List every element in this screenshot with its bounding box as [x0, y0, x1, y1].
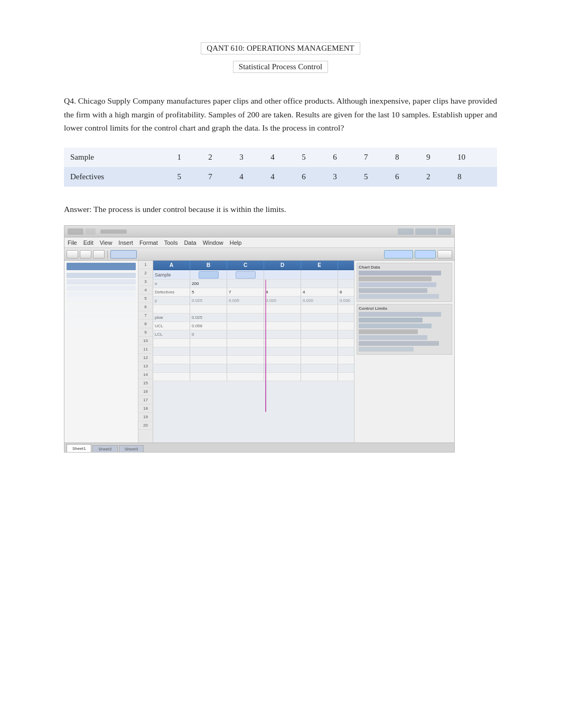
row-num: 4: [138, 286, 153, 294]
menu-item-window[interactable]: Window: [203, 239, 223, 246]
table-cell: 10: [457, 148, 497, 167]
toolbar-btn[interactable]: [80, 250, 91, 259]
table-cell: 7: [364, 148, 395, 167]
header: QANT 610: OPERATIONS MANAGEMENT Statisti…: [64, 42, 497, 73]
table-cell: 3: [333, 167, 364, 187]
row-num: 19: [138, 413, 153, 421]
table-cell: 7: [208, 167, 239, 187]
answer-text: Answer: The process is under control bec…: [64, 202, 497, 216]
row-num: 18: [138, 404, 153, 413]
tab-sheet2[interactable]: Sheet2: [92, 445, 117, 452]
spreadsheet-tab-bar: Sheet1 Sheet2 Sheet3: [64, 443, 454, 452]
page-title: QANT 610: OPERATIONS MANAGEMENT: [201, 42, 360, 54]
table-cell: Defectives: [64, 167, 177, 187]
table-cell: 4: [239, 167, 270, 187]
spreadsheet-content: 1 2 3 4 5 6 7 8 9 10 11 12 13 14 15 16 1…: [64, 261, 454, 451]
row-num: 17: [138, 396, 153, 404]
table-cell: 9: [426, 148, 457, 167]
row-num: 13: [138, 362, 153, 371]
menu-item-view[interactable]: View: [100, 239, 113, 246]
table-cell: 3: [239, 148, 270, 167]
panel-section-1: Chart Data: [357, 263, 452, 302]
page: QANT 610: OPERATIONS MANAGEMENT Statisti…: [53, 0, 508, 728]
table-cell: 5: [177, 167, 208, 187]
table-cell: 6: [395, 167, 426, 187]
tab-sheet1[interactable]: Sheet1: [67, 444, 91, 452]
row-num: 1: [138, 261, 153, 269]
panel-section-2: Control Limits: [357, 304, 452, 355]
toolbar-formula-box[interactable]: [110, 250, 137, 259]
question-text: Q4. Chicago Supply Company manufactures …: [64, 94, 497, 135]
row-num: 16: [138, 388, 153, 396]
menu-item-insert[interactable]: Insert: [118, 239, 133, 246]
menu-item-format[interactable]: Format: [139, 239, 158, 246]
row-num: 11: [138, 345, 153, 354]
row-num: 5: [138, 294, 153, 303]
table-cell: 1: [177, 148, 208, 167]
row-num: 14: [138, 371, 153, 379]
spreadsheet-row-numbers: 1 2 3 4 5 6 7 8 9 10 11 12 13 14 15 16 1…: [138, 261, 153, 451]
toolbar-sort-btn[interactable]: [415, 250, 436, 259]
table-cell: 5: [302, 148, 333, 167]
table-cell: 6: [333, 148, 364, 167]
toolbar-chart-btn[interactable]: [384, 250, 413, 259]
table-cell: 4: [270, 148, 302, 167]
spreadsheet-menubar: File Edit View Insert Format Tools Data …: [64, 237, 454, 248]
toolbar-btn[interactable]: [67, 250, 78, 259]
spreadsheet-right-panel: Chart Data Control Limits: [354, 261, 454, 451]
menu-item-data[interactable]: Data: [184, 239, 196, 246]
spreadsheet-sidebar: [64, 261, 138, 451]
table-row-headers: Sample 1 2 3 4 5 6 7 8 9 10: [64, 148, 497, 167]
tab-sheet3[interactable]: Sheet3: [119, 445, 144, 452]
menu-item-edit[interactable]: Edit: [83, 239, 94, 246]
table-cell: Sample: [64, 148, 177, 167]
menu-item-file[interactable]: File: [68, 239, 77, 246]
table-cell: 8: [395, 148, 426, 167]
table-cell: 6: [302, 167, 333, 187]
table-cell: 2: [426, 167, 457, 187]
spreadsheet-grid[interactable]: A B C D E F Sample: [153, 261, 354, 451]
table-cell: 8: [457, 167, 497, 187]
table-cell: 4: [270, 167, 302, 187]
table-cell: 5: [364, 167, 395, 187]
row-num: 8: [138, 320, 153, 328]
toolbar-btn[interactable]: [437, 250, 452, 259]
row-num: 6: [138, 303, 153, 311]
page-subtitle: Statistical Process Control: [233, 61, 328, 73]
row-num: 7: [138, 311, 153, 320]
spreadsheet-toolbar: [64, 248, 454, 261]
row-num: 2: [138, 269, 153, 278]
row-num: 15: [138, 379, 153, 388]
row-num: 12: [138, 354, 153, 362]
row-num: 3: [138, 278, 153, 286]
menu-item-help[interactable]: Help: [230, 239, 242, 246]
data-table: Sample 1 2 3 4 5 6 7 8 9 10 Defectives 5…: [64, 148, 497, 187]
table-cell: 2: [208, 148, 239, 167]
row-num: 20: [138, 421, 153, 430]
toolbar-btn[interactable]: [93, 250, 105, 259]
table-row-defectives: Defectives 5 7 4 4 6 3 5 6 2 8: [64, 167, 497, 187]
row-num: 10: [138, 337, 153, 345]
menu-item-tools[interactable]: Tools: [164, 239, 178, 246]
row-num: 9: [138, 328, 153, 337]
spreadsheet-screenshot: File Edit View Insert Format Tools Data …: [64, 225, 455, 453]
